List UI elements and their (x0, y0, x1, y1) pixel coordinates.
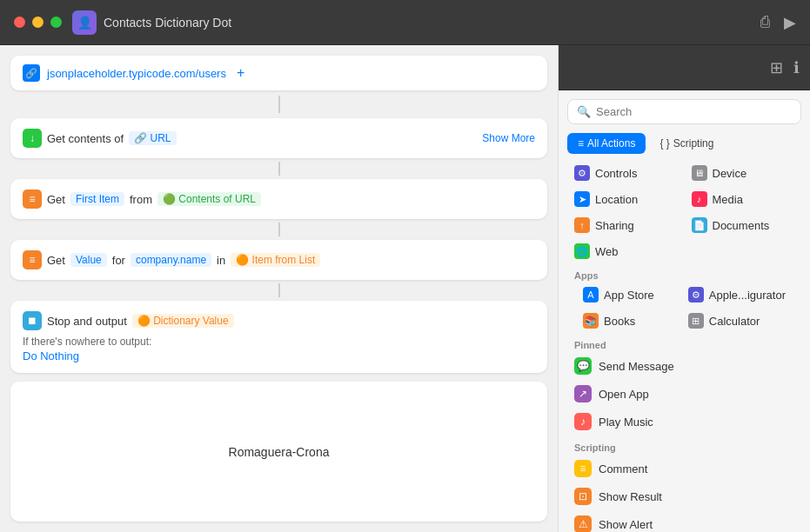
sidebar-item-apple-configurator[interactable]: ⚙ Apple...igurator (681, 283, 793, 307)
pinned-list: 💬 Send Message ↗ Open App ♪ Play Music (559, 352, 810, 436)
add-action-button[interactable]: ⊞ (770, 58, 783, 77)
web-label: Web (595, 245, 619, 258)
in-label: in (217, 254, 225, 267)
get-contents-card: ↓ Get contents of 🔗 URL Show More (10, 118, 547, 158)
search-box[interactable]: 🔍 (567, 99, 801, 124)
category-grid: ⚙ Controls 🖥 Device ➤ Location ♪ Media ↑ (559, 161, 810, 263)
apps-grid: A App Store ⚙ Apple...igurator 📚 Books ⊞… (567, 283, 801, 333)
calculator-icon: ⊞ (688, 313, 704, 329)
dict-value-token: 🟠 Dictionary Value (132, 314, 234, 328)
url-text: jsonplaceholder.typicode.com/users (47, 67, 226, 80)
play-button[interactable]: ▶ (784, 13, 796, 32)
minimize-button[interactable] (32, 17, 44, 28)
main-content: 🔗 jsonplaceholder.typicode.com/users + ↓… (0, 45, 810, 532)
list-item-show-result[interactable]: ⊡ Show Result (567, 482, 801, 510)
get-first-item-row: ≡ Get First Item from 🟢 Contents of URL (23, 190, 535, 209)
sidebar-item-documents[interactable]: 📄 Documents (685, 213, 802, 237)
info-button[interactable]: ℹ (793, 58, 800, 77)
device-icon: 🖥 (692, 165, 707, 181)
all-actions-icon: ≡ (578, 137, 584, 150)
sidebar-item-media[interactable]: ♪ Media (685, 187, 802, 211)
right-panel: ⊞ ℹ 🔍 ≡ All Actions { } Scripting ⚙ (558, 45, 810, 532)
get-value-label-pre: Get (47, 254, 65, 267)
send-message-label: Send Message (599, 360, 674, 373)
get-contents-label: Get contents of (47, 132, 124, 145)
list-item-comment[interactable]: ≡ Comment (567, 455, 801, 482)
titlebar: 👤 Contacts Dictionary Dot ⎙ ▶ (0, 0, 810, 45)
link-icon: 🔗 (23, 64, 40, 82)
sidebar-item-device[interactable]: 🖥 Device (685, 161, 802, 185)
get-contents-icon: ↓ (23, 129, 42, 148)
apps-section: A App Store ⚙ Apple...igurator 📚 Books ⊞… (559, 283, 810, 333)
books-label: Books (604, 315, 635, 328)
stop-label: Stop and output (47, 315, 127, 328)
url-bar[interactable]: 🔗 jsonplaceholder.typicode.com/users + (10, 56, 547, 90)
scripting-tab-label: Scripting (673, 137, 714, 150)
list-item-send-message[interactable]: 💬 Send Message (567, 352, 801, 380)
get-value-row: ≡ Get Value for company.name in 🟠 Item f… (23, 250, 535, 269)
app-store-icon: A (583, 287, 599, 303)
url-token: 🔗 URL (129, 131, 176, 145)
list-item-play-music[interactable]: ♪ Play Music (567, 408, 801, 436)
get-value-card: ≡ Get Value for company.name in 🟠 Item f… (10, 240, 547, 280)
sharing-icon: ↑ (574, 217, 590, 233)
sidebar-item-controls[interactable]: ⚙ Controls (567, 161, 685, 185)
list-item-show-alert[interactable]: ⚠ Show Alert (567, 510, 801, 532)
play-music-label: Play Music (599, 416, 653, 429)
location-label: Location (595, 193, 638, 206)
scripting-section-label: Scripting (559, 436, 810, 455)
stop-output-card: ⏹ Stop and output 🟠 Dictionary Value If … (10, 301, 547, 373)
item-from-list-token: 🟠 Item from List (231, 253, 320, 267)
documents-icon: 📄 (692, 217, 707, 233)
pinned-section-label: Pinned (559, 333, 810, 352)
share-button[interactable]: ⎙ (760, 13, 770, 31)
controls-icon: ⚙ (574, 165, 590, 181)
open-app-icon: ↗ (574, 385, 592, 402)
sidebar-scroll: ⚙ Controls 🖥 Device ➤ Location ♪ Media ↑ (559, 161, 810, 532)
books-icon: 📚 (583, 313, 599, 329)
get-value-icon: ≡ (23, 250, 42, 269)
sidebar-item-sharing[interactable]: ↑ Sharing (567, 213, 685, 237)
show-result-icon: ⊡ (574, 488, 592, 505)
calculator-label: Calculator (709, 315, 760, 328)
sidebar-item-calculator[interactable]: ⊞ Calculator (681, 309, 793, 333)
show-result-label: Show Result (599, 490, 662, 503)
open-app-label: Open App (599, 388, 649, 401)
tab-scripting[interactable]: { } Scripting (649, 133, 724, 154)
stop-icon: ⏹ (23, 311, 42, 330)
search-input[interactable] (596, 105, 792, 118)
close-button[interactable] (14, 17, 25, 28)
company-name-token: company.name (131, 253, 211, 267)
sidebar-item-web[interactable]: 🌐 Web (567, 239, 685, 263)
controls-label: Controls (595, 167, 637, 180)
add-url-button[interactable]: + (237, 65, 244, 81)
sidebar-item-location[interactable]: ➤ Location (567, 187, 685, 211)
app-icon: 👤 (72, 10, 97, 35)
device-label: Device (713, 167, 747, 180)
web-icon: 🌐 (574, 243, 590, 259)
get-first-icon: ≡ (23, 190, 42, 209)
app-store-label: App Store (604, 289, 654, 302)
contents-url-token: 🟢 Contents of URL (157, 192, 261, 206)
sidebar-item-books[interactable]: 📚 Books (576, 309, 681, 333)
category-tabs: ≡ All Actions { } Scripting (567, 133, 801, 154)
comment-icon: ≡ (574, 460, 592, 477)
maximize-button[interactable] (50, 17, 62, 28)
show-more-button[interactable]: Show More (482, 132, 535, 144)
do-nothing-button[interactable]: Do Nothing (23, 349, 535, 362)
traffic-lights (14, 17, 62, 28)
left-panel: 🔗 jsonplaceholder.typicode.com/users + ↓… (0, 45, 558, 532)
scripting-list: ≡ Comment ⊡ Show Result ⚠ Show Alert ? A… (559, 455, 810, 532)
value-token: Value (70, 253, 107, 267)
get-label-pre: Get (47, 193, 65, 206)
tab-all-actions[interactable]: ≡ All Actions (567, 133, 646, 154)
output-value: Romaguera-Crona (229, 445, 330, 459)
sidebar-item-app-store[interactable]: A App Store (576, 283, 681, 307)
apple-configurator-icon: ⚙ (688, 287, 704, 303)
apple-configurator-label: Apple...igurator (709, 289, 786, 302)
sharing-label: Sharing (595, 219, 634, 232)
get-first-item-card: ≡ Get First Item from 🟢 Contents of URL (10, 179, 547, 219)
list-item-open-app[interactable]: ↗ Open App (567, 380, 801, 408)
panel-toolbar: ⊞ ℹ (559, 45, 810, 90)
output-area: Romaguera-Crona (10, 382, 547, 522)
